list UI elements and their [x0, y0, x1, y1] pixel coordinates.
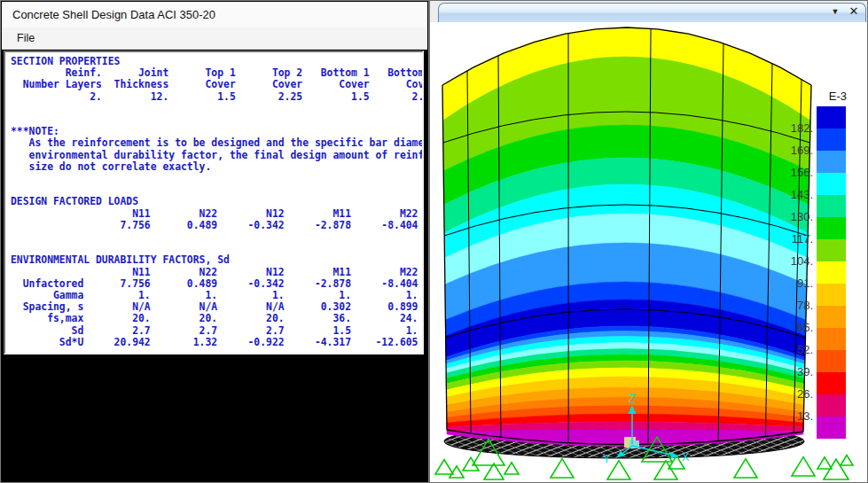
window-dropdown-button[interactable]: ▼ — [827, 4, 843, 19]
desktop: Concrete Shell Design Data ACI 350-20 Fi… — [0, 0, 868, 483]
legend-band — [817, 417, 846, 439]
diagram-window: Longitudinal Reinforcement Intensity As … — [429, 0, 868, 483]
legend-value: 143. — [778, 188, 813, 201]
legend-band — [817, 350, 846, 372]
model-view-canvas[interactable]: ZXY E-3 182.169.156.143.130.117.104.91.7… — [430, 22, 867, 482]
legend-value: 169. — [778, 144, 813, 157]
support-icons — [435, 437, 853, 479]
legend-value: 130. — [778, 210, 813, 223]
legend-band — [817, 195, 846, 217]
legend-band — [817, 239, 846, 261]
legend-color-bar — [817, 106, 846, 439]
legend-exponent-label: E-3 — [817, 90, 847, 103]
window-close-button[interactable]: ✕ — [846, 4, 862, 19]
axis-label-x: X — [682, 450, 690, 464]
legend-value-labels: 182.169.156.143.130.117.104.91.78.65.52.… — [778, 106, 813, 439]
legend-band — [817, 217, 846, 239]
legend-value: 65. — [778, 321, 813, 334]
menu-item-file[interactable]: File — [9, 27, 43, 49]
chevron-down-icon: ▼ — [832, 7, 840, 16]
left-window-titlebar[interactable]: Concrete Shell Design Data ACI 350-20 — [2, 2, 427, 28]
tank-outline — [442, 27, 811, 445]
contour-legend: E-3 182.169.156.143.130.117.104.91.78.65… — [778, 90, 848, 453]
legend-value: 26. — [778, 387, 813, 401]
axis-triad: ZXY — [603, 392, 690, 465]
legend-value: 182. — [778, 121, 813, 135]
legend-band — [817, 284, 846, 306]
design-report-text: SECTION PROPERTIES Reinf. Joint Top 1 To… — [11, 56, 422, 348]
legend-band — [817, 328, 846, 350]
diagram-window-tab[interactable]: Longitudinal Reinforcement Intensity As … — [438, 3, 866, 22]
legend-value: 13. — [778, 409, 813, 423]
legend-value: 156. — [778, 166, 813, 179]
shell-mesh-lines — [443, 28, 810, 444]
legend-band — [817, 306, 846, 328]
diagram-window-tabstrip: Longitudinal Reinforcement Intensity As … — [430, 1, 867, 23]
legend-value: 78. — [778, 299, 813, 312]
tank-3d-model: ZXY — [430, 1, 867, 482]
legend-band — [817, 261, 846, 284]
legend-band — [817, 394, 846, 417]
close-icon: ✕ — [849, 4, 859, 18]
legend-value: 52. — [778, 343, 813, 356]
concrete-shell-design-window: Concrete Shell Design Data ACI 350-20 Fi… — [0, 0, 429, 483]
legend-band — [817, 106, 846, 129]
legend-band — [817, 151, 846, 173]
base-mat-mesh — [444, 425, 804, 458]
left-window-menubar: File — [2, 27, 427, 50]
legend-value: 91. — [778, 277, 813, 290]
axis-label-y: Y — [603, 452, 611, 465]
axis-label-z: Z — [629, 392, 636, 405]
left-window-title: Concrete Shell Design Data ACI 350-20 — [12, 8, 215, 21]
legend-band — [817, 173, 846, 195]
legend-band — [817, 129, 846, 151]
legend-value: 39. — [778, 365, 813, 378]
legend-value: 117. — [778, 232, 813, 245]
legend-value: 104. — [778, 254, 813, 268]
design-report-panel: SECTION PROPERTIES Reinf. Joint Top 1 To… — [4, 51, 424, 354]
wall-contour-bands — [442, 27, 811, 447]
legend-band — [817, 372, 846, 394]
